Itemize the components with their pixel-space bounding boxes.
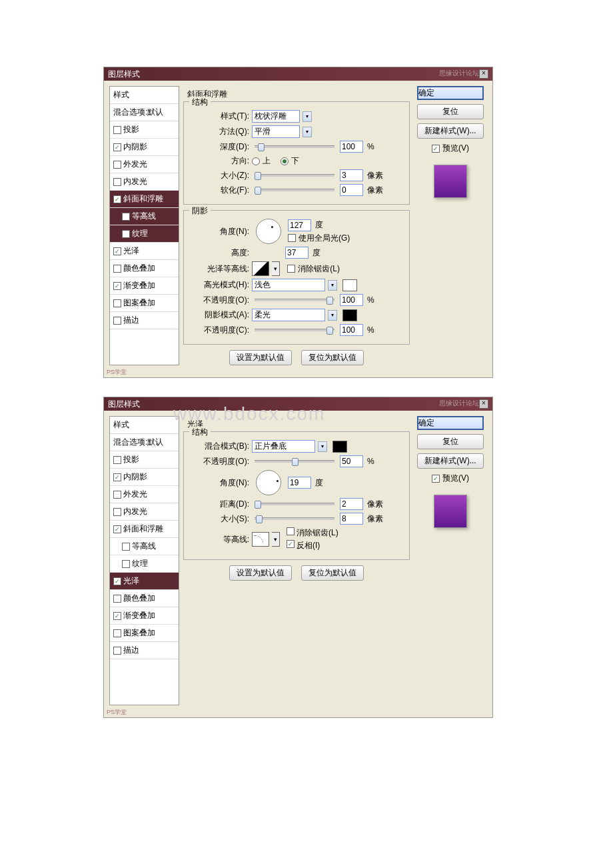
preview-checkbox-row[interactable]: 预览(V) — [432, 473, 469, 484]
chevron-down-icon[interactable]: ▾ — [328, 280, 337, 291]
shadow-opacity-slider[interactable] — [255, 329, 334, 331]
checkbox-icon[interactable] — [113, 126, 121, 134]
shadow-color-swatch[interactable] — [342, 309, 357, 321]
sidebar-stroke[interactable]: 描边 — [110, 642, 179, 659]
checkbox-icon[interactable] — [122, 230, 130, 238]
sidebar-gradient-overlay[interactable]: 渐变叠加 — [110, 277, 179, 295]
checkbox-icon[interactable] — [113, 317, 121, 325]
sidebar-outer-glow[interactable]: 外发光 — [110, 486, 179, 503]
contour-picker[interactable] — [252, 532, 269, 547]
checkbox-icon[interactable] — [113, 143, 121, 151]
sidebar-contour[interactable]: 等高线 — [110, 208, 179, 225]
highlight-opacity-input[interactable] — [340, 294, 363, 306]
checkbox-icon[interactable] — [113, 525, 121, 533]
depth-input[interactable] — [340, 141, 363, 153]
checkbox-icon[interactable] — [113, 473, 121, 481]
sidebar-drop-shadow[interactable]: 投影 — [110, 121, 179, 139]
size-input[interactable] — [340, 169, 363, 181]
sidebar-gradient-overlay[interactable]: 渐变叠加 — [110, 607, 179, 625]
size-slider[interactable] — [255, 517, 334, 520]
sidebar-styles[interactable]: 样式 — [110, 87, 179, 104]
reset-default-button[interactable]: 复位为默认值 — [301, 565, 364, 581]
distance-slider[interactable] — [255, 503, 334, 505]
checkbox-icon[interactable] — [113, 629, 121, 637]
sidebar-color-overlay[interactable]: 颜色叠加 — [110, 260, 179, 277]
method-select[interactable]: 平滑 — [252, 125, 300, 138]
sidebar-inner-glow[interactable]: 内发光 — [110, 503, 179, 521]
sidebar-blend-options[interactable]: 混合选项:默认 — [110, 104, 179, 121]
reset-default-button[interactable]: 复位为默认值 — [301, 350, 364, 365]
sidebar-satin[interactable]: 光泽 — [110, 573, 179, 590]
checkbox-icon[interactable] — [113, 247, 121, 255]
sidebar-pattern-overlay[interactable]: 图案叠加 — [110, 625, 179, 642]
checkbox-icon[interactable] — [113, 195, 121, 203]
sidebar-outer-glow[interactable]: 外发光 — [110, 156, 179, 173]
angle-dial[interactable] — [256, 470, 281, 495]
highlight-color-swatch[interactable] — [342, 279, 357, 291]
direction-up-radio[interactable] — [252, 157, 260, 165]
sidebar-blend-options[interactable]: 混合选项:默认 — [110, 434, 179, 451]
distance-input[interactable] — [340, 498, 363, 510]
chevron-down-icon[interactable]: ▾ — [318, 441, 327, 452]
checkbox-icon[interactable] — [432, 475, 440, 483]
checkbox-icon[interactable] — [113, 612, 121, 620]
new-style-button[interactable]: 新建样式(W)... — [417, 123, 484, 139]
antialias-checkbox[interactable] — [287, 265, 295, 273]
checkbox-icon[interactable] — [113, 456, 121, 464]
invert-checkbox[interactable] — [287, 540, 295, 548]
checkbox-icon[interactable] — [113, 299, 121, 307]
shadow-mode-select[interactable]: 柔光 — [252, 309, 325, 321]
cancel-button[interactable]: 复位 — [417, 104, 484, 119]
checkbox-icon[interactable] — [113, 595, 121, 603]
shadow-opacity-input[interactable] — [340, 324, 363, 336]
make-default-button[interactable]: 设置为默认值 — [229, 350, 292, 365]
sidebar-inner-shadow[interactable]: 内阴影 — [110, 469, 179, 486]
checkbox-icon[interactable] — [113, 282, 121, 290]
sidebar-drop-shadow[interactable]: 投影 — [110, 451, 179, 469]
style-select[interactable]: 枕状浮雕 — [252, 110, 300, 123]
blend-mode-select[interactable]: 正片叠底 — [252, 440, 315, 453]
soften-slider[interactable] — [255, 189, 334, 191]
angle-dial[interactable] — [256, 219, 281, 244]
angle-input[interactable] — [288, 219, 311, 231]
close-icon[interactable]: × — [479, 399, 488, 409]
direction-down-radio[interactable] — [281, 157, 289, 165]
depth-slider[interactable] — [255, 145, 334, 148]
chevron-down-icon[interactable]: ▾ — [272, 261, 280, 276]
size-slider[interactable] — [255, 174, 334, 177]
antialias-checkbox[interactable] — [287, 527, 295, 535]
make-default-button[interactable]: 设置为默认值 — [229, 565, 292, 581]
sidebar-texture[interactable]: 纹理 — [110, 555, 179, 573]
ok-button[interactable]: 确定 — [417, 416, 484, 430]
opacity-slider[interactable] — [255, 460, 334, 463]
angle-input[interactable] — [288, 477, 311, 489]
checkbox-icon[interactable] — [113, 647, 121, 655]
sidebar-contour[interactable]: 等高线 — [110, 538, 179, 555]
checkbox-icon[interactable] — [113, 577, 121, 585]
sidebar-styles[interactable]: 样式 — [110, 417, 179, 434]
opacity-input[interactable] — [340, 455, 363, 467]
checkbox-icon[interactable] — [113, 178, 121, 186]
chevron-down-icon[interactable]: ▾ — [303, 111, 312, 122]
checkbox-icon[interactable] — [122, 543, 130, 551]
preview-checkbox-row[interactable]: 预览(V) — [432, 143, 469, 154]
checkbox-icon[interactable] — [113, 491, 121, 499]
highlight-opacity-slider[interactable] — [255, 299, 334, 301]
sidebar-satin[interactable]: 光泽 — [110, 243, 179, 260]
cancel-button[interactable]: 复位 — [417, 434, 484, 449]
highlight-mode-select[interactable]: 浅色 — [252, 279, 325, 291]
altitude-input[interactable] — [285, 247, 308, 259]
checkbox-icon[interactable] — [432, 145, 440, 153]
sidebar-bevel-emboss[interactable]: 斜面和浮雕 — [110, 521, 179, 538]
chevron-down-icon[interactable]: ▾ — [272, 532, 280, 547]
checkbox-icon[interactable] — [122, 560, 130, 568]
soften-input[interactable] — [340, 184, 363, 196]
sidebar-bevel-emboss[interactable]: 斜面和浮雕 — [110, 191, 179, 208]
titlebar[interactable]: 图层样式 思缘设计论坛 × — [104, 67, 492, 81]
sidebar-pattern-overlay[interactable]: 图案叠加 — [110, 295, 179, 312]
checkbox-icon[interactable] — [113, 508, 121, 516]
size-input[interactable] — [340, 513, 363, 525]
sidebar-inner-glow[interactable]: 内发光 — [110, 173, 179, 191]
sidebar-stroke[interactable]: 描边 — [110, 312, 179, 329]
checkbox-icon[interactable] — [122, 213, 130, 221]
